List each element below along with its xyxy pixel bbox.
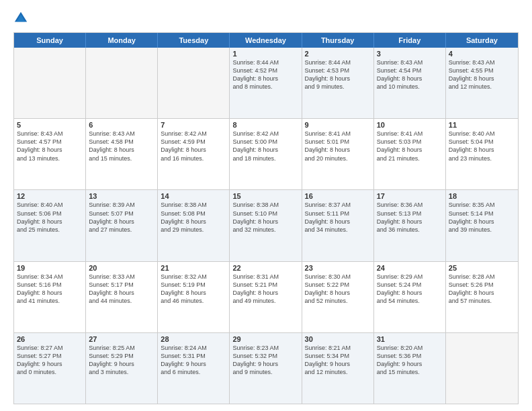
- day-number: 7: [161, 121, 226, 129]
- day-detail: Sunrise: 8:39 AM Sunset: 5:07 PM Dayligh…: [89, 201, 154, 234]
- weekday-header: Thursday: [302, 33, 374, 48]
- day-number: 5: [17, 121, 83, 129]
- day-number: 26: [17, 335, 83, 343]
- calendar-row: 26Sunrise: 8:27 AM Sunset: 5:27 PM Dayli…: [14, 332, 518, 404]
- calendar-cell: 17Sunrise: 8:36 AM Sunset: 5:13 PM Dayli…: [374, 190, 446, 261]
- calendar-row: 12Sunrise: 8:40 AM Sunset: 5:06 PM Dayli…: [14, 189, 518, 261]
- calendar-cell: 31Sunrise: 8:20 AM Sunset: 5:36 PM Dayli…: [374, 333, 446, 404]
- calendar-cell: 4Sunrise: 8:43 AM Sunset: 4:55 PM Daylig…: [446, 48, 518, 118]
- day-detail: Sunrise: 8:43 AM Sunset: 4:54 PM Dayligh…: [377, 58, 443, 91]
- day-number: 28: [161, 335, 226, 343]
- calendar-cell: 28Sunrise: 8:24 AM Sunset: 5:31 PM Dayli…: [158, 333, 230, 404]
- day-detail: Sunrise: 8:29 AM Sunset: 5:24 PM Dayligh…: [377, 273, 443, 306]
- calendar-cell: 24Sunrise: 8:29 AM Sunset: 5:24 PM Dayli…: [374, 262, 446, 332]
- calendar-row: 1Sunrise: 8:44 AM Sunset: 4:52 PM Daylig…: [14, 48, 518, 118]
- calendar-row: 5Sunrise: 8:43 AM Sunset: 4:57 PM Daylig…: [14, 118, 518, 189]
- day-number: 12: [17, 192, 83, 200]
- day-number: 17: [377, 192, 443, 200]
- day-detail: Sunrise: 8:38 AM Sunset: 5:10 PM Dayligh…: [232, 201, 298, 234]
- calendar-cell: 22Sunrise: 8:31 AM Sunset: 5:21 PM Dayli…: [230, 262, 302, 332]
- day-number: 24: [377, 264, 443, 272]
- day-detail: Sunrise: 8:40 AM Sunset: 5:06 PM Dayligh…: [17, 201, 83, 234]
- day-detail: Sunrise: 8:27 AM Sunset: 5:27 PM Dayligh…: [17, 344, 83, 377]
- day-detail: Sunrise: 8:42 AM Sunset: 4:59 PM Dayligh…: [161, 130, 226, 163]
- day-number: 9: [305, 121, 371, 129]
- day-detail: Sunrise: 8:36 AM Sunset: 5:13 PM Dayligh…: [377, 201, 443, 234]
- calendar-row: 19Sunrise: 8:34 AM Sunset: 5:16 PM Dayli…: [14, 261, 518, 332]
- day-number: 8: [232, 121, 298, 129]
- calendar-cell: [14, 48, 86, 118]
- weekday-header: Wednesday: [230, 33, 302, 48]
- page: SundayMondayTuesdayWednesdayThursdayFrid…: [0, 0, 532, 411]
- day-number: 22: [232, 264, 298, 272]
- day-detail: Sunrise: 8:44 AM Sunset: 4:52 PM Dayligh…: [232, 58, 298, 91]
- day-detail: Sunrise: 8:23 AM Sunset: 5:32 PM Dayligh…: [232, 344, 298, 377]
- logo-icon: [13, 11, 28, 26]
- day-number: 30: [305, 335, 371, 343]
- logo: [13, 11, 31, 26]
- day-number: 6: [89, 121, 154, 129]
- day-detail: Sunrise: 8:42 AM Sunset: 5:00 PM Dayligh…: [232, 130, 298, 163]
- day-detail: Sunrise: 8:43 AM Sunset: 4:55 PM Dayligh…: [449, 58, 515, 91]
- day-detail: Sunrise: 8:30 AM Sunset: 5:22 PM Dayligh…: [305, 273, 371, 306]
- weekday-header: Saturday: [446, 33, 518, 48]
- calendar-cell: [158, 48, 230, 118]
- day-detail: Sunrise: 8:21 AM Sunset: 5:34 PM Dayligh…: [305, 344, 371, 377]
- day-detail: Sunrise: 8:31 AM Sunset: 5:21 PM Dayligh…: [232, 273, 298, 306]
- calendar-cell: 2Sunrise: 8:44 AM Sunset: 4:53 PM Daylig…: [302, 48, 374, 118]
- day-number: 20: [89, 264, 154, 272]
- calendar-cell: 30Sunrise: 8:21 AM Sunset: 5:34 PM Dayli…: [302, 333, 374, 404]
- day-detail: Sunrise: 8:38 AM Sunset: 5:08 PM Dayligh…: [161, 201, 226, 234]
- calendar-cell: 18Sunrise: 8:35 AM Sunset: 5:14 PM Dayli…: [446, 190, 518, 261]
- calendar-cell: 21Sunrise: 8:32 AM Sunset: 5:19 PM Dayli…: [158, 262, 230, 332]
- calendar-cell: 6Sunrise: 8:43 AM Sunset: 4:58 PM Daylig…: [86, 119, 158, 189]
- day-detail: Sunrise: 8:41 AM Sunset: 5:01 PM Dayligh…: [305, 130, 371, 163]
- calendar-cell: 16Sunrise: 8:37 AM Sunset: 5:11 PM Dayli…: [302, 190, 374, 261]
- calendar-cell: 26Sunrise: 8:27 AM Sunset: 5:27 PM Dayli…: [14, 333, 86, 404]
- day-number: 19: [17, 264, 83, 272]
- calendar-cell: 27Sunrise: 8:25 AM Sunset: 5:29 PM Dayli…: [86, 333, 158, 404]
- day-number: 10: [377, 121, 443, 129]
- calendar-cell: 10Sunrise: 8:41 AM Sunset: 5:03 PM Dayli…: [374, 119, 446, 189]
- day-detail: Sunrise: 8:25 AM Sunset: 5:29 PM Dayligh…: [89, 344, 154, 377]
- day-number: 16: [305, 192, 371, 200]
- weekday-header: Tuesday: [158, 33, 230, 48]
- calendar-header: SundayMondayTuesdayWednesdayThursdayFrid…: [14, 33, 518, 48]
- day-number: 15: [232, 192, 298, 200]
- day-detail: Sunrise: 8:43 AM Sunset: 4:58 PM Dayligh…: [89, 130, 154, 163]
- calendar-cell: 25Sunrise: 8:28 AM Sunset: 5:26 PM Dayli…: [446, 262, 518, 332]
- calendar-cell: 23Sunrise: 8:30 AM Sunset: 5:22 PM Dayli…: [302, 262, 374, 332]
- calendar-cell: 14Sunrise: 8:38 AM Sunset: 5:08 PM Dayli…: [158, 190, 230, 261]
- day-detail: Sunrise: 8:35 AM Sunset: 5:14 PM Dayligh…: [449, 201, 515, 234]
- calendar: SundayMondayTuesdayWednesdayThursdayFrid…: [13, 32, 519, 404]
- calendar-cell: 15Sunrise: 8:38 AM Sunset: 5:10 PM Dayli…: [230, 190, 302, 261]
- day-number: 14: [161, 192, 226, 200]
- calendar-cell: 13Sunrise: 8:39 AM Sunset: 5:07 PM Dayli…: [86, 190, 158, 261]
- day-number: 1: [232, 50, 298, 58]
- day-detail: Sunrise: 8:34 AM Sunset: 5:16 PM Dayligh…: [17, 273, 83, 306]
- day-detail: Sunrise: 8:40 AM Sunset: 5:04 PM Dayligh…: [449, 130, 515, 163]
- day-number: 4: [449, 50, 515, 58]
- calendar-cell: [86, 48, 158, 118]
- calendar-cell: 3Sunrise: 8:43 AM Sunset: 4:54 PM Daylig…: [374, 48, 446, 118]
- day-number: 29: [232, 335, 298, 343]
- calendar-cell: 12Sunrise: 8:40 AM Sunset: 5:06 PM Dayli…: [14, 190, 86, 261]
- calendar-cell: 11Sunrise: 8:40 AM Sunset: 5:04 PM Dayli…: [446, 119, 518, 189]
- weekday-header: Monday: [86, 33, 158, 48]
- day-number: 31: [377, 335, 443, 343]
- calendar-cell: 7Sunrise: 8:42 AM Sunset: 4:59 PM Daylig…: [158, 119, 230, 189]
- day-number: 18: [449, 192, 515, 200]
- day-number: 2: [305, 50, 371, 58]
- day-detail: Sunrise: 8:37 AM Sunset: 5:11 PM Dayligh…: [305, 201, 371, 234]
- weekday-header: Sunday: [14, 33, 86, 48]
- day-number: 11: [449, 121, 515, 129]
- day-number: 27: [89, 335, 154, 343]
- calendar-cell: [446, 333, 518, 404]
- day-detail: Sunrise: 8:28 AM Sunset: 5:26 PM Dayligh…: [449, 273, 515, 306]
- day-number: 25: [449, 264, 515, 272]
- header: [13, 11, 519, 26]
- calendar-body: 1Sunrise: 8:44 AM Sunset: 4:52 PM Daylig…: [14, 48, 518, 404]
- weekday-header: Friday: [374, 33, 446, 48]
- calendar-cell: 19Sunrise: 8:34 AM Sunset: 5:16 PM Dayli…: [14, 262, 86, 332]
- day-number: 3: [377, 50, 443, 58]
